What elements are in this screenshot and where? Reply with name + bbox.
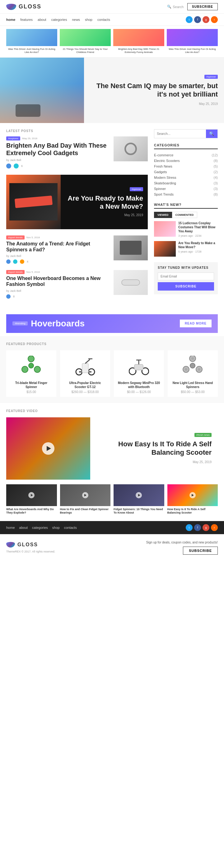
wn-text-0: 15 Ludicrous Cosplay Costumes That Will … bbox=[178, 221, 218, 237]
action-dot-teal-1 bbox=[13, 259, 18, 264]
footer-logo-icon bbox=[6, 542, 15, 548]
footer-googleplus-icon[interactable]: g bbox=[202, 524, 210, 531]
strip-img-0 bbox=[6, 29, 57, 46]
rss-icon[interactable]: r bbox=[211, 16, 218, 23]
footer-rss-icon[interactable]: r bbox=[211, 524, 218, 531]
video-thumb-0[interactable]: What Are Hoverboards And Why Do They Exp… bbox=[6, 484, 57, 515]
video-thumb-2[interactable]: Fidget Spinners: 10 Things You Need To K… bbox=[114, 484, 164, 515]
post-tag-2: #sport trends bbox=[6, 270, 25, 274]
nav-categories[interactable]: categories bbox=[51, 18, 67, 22]
footer-nav-about[interactable]: about bbox=[19, 526, 28, 529]
wn-post-0[interactable]: 15 Ludicrous Cosplay Costumes That Will … bbox=[154, 221, 218, 237]
tab-commented[interactable]: COMMENTED bbox=[172, 212, 197, 218]
play-button[interactable] bbox=[42, 442, 55, 455]
action-dot-blue-2 bbox=[6, 294, 10, 299]
wn-img-1 bbox=[154, 241, 176, 257]
footer-facebook-icon[interactable]: f bbox=[194, 524, 201, 531]
vt-img-0 bbox=[6, 484, 57, 506]
svg-rect-7 bbox=[82, 364, 88, 373]
strip-item-0[interactable]: Was This Driver Just Having Fun Or Actin… bbox=[6, 29, 57, 54]
video-thumb-1[interactable]: How to Fix and Clean Fidget Spinner Bear… bbox=[60, 484, 111, 515]
svg-rect-12 bbox=[134, 364, 143, 370]
footer-nav: home about categories shop contacts t f … bbox=[0, 521, 224, 534]
trending-banner[interactable]: #trending Hoverboards READ MORE bbox=[6, 314, 218, 333]
product-card-3[interactable]: New Light Led Stress Hand Spinners $50.0… bbox=[168, 350, 218, 397]
tab-viewed[interactable]: VIEWED bbox=[154, 212, 172, 218]
whats-new-tabs: VIEWED COMMENTED bbox=[154, 212, 218, 218]
strip-title-0: Was This Driver Just Having Fun Or Actin… bbox=[6, 48, 57, 54]
post-title-1: The Anatomy of a Trend: Are Fidget Spinn… bbox=[6, 241, 110, 253]
nav-about[interactable]: about bbox=[38, 18, 46, 22]
subscribe-button[interactable]: SUBSCRIBE bbox=[187, 3, 218, 10]
action-dot-blue-0 bbox=[6, 163, 11, 168]
facebook-icon[interactable]: f bbox=[194, 16, 201, 23]
footer-nav-home[interactable]: home bbox=[6, 526, 15, 529]
categories-section: CATEGORIES E-commerce(12) Electric Scoot… bbox=[154, 143, 218, 197]
email-input[interactable] bbox=[158, 273, 214, 280]
video-hero: #fresh news How Easy Is It To Ride A Sel… bbox=[6, 417, 218, 479]
product-card-1[interactable]: Ultra-Popular Electric Scooter GT-12 $26… bbox=[60, 350, 110, 397]
post-item-2[interactable]: #sport trends Nov 5, 2018 One Wheel Hove… bbox=[6, 270, 148, 298]
video-section-label: FEATURED VIDEO bbox=[6, 409, 218, 413]
wn-meta-1: 5 years ago · 1728 bbox=[178, 250, 218, 253]
featured-video-section: FEATURED VIDEO #fresh news How Easy Is I… bbox=[0, 403, 224, 521]
nav-contacts[interactable]: contacts bbox=[97, 18, 110, 22]
footer-nav-contacts[interactable]: contacts bbox=[64, 526, 77, 529]
video-thumb-3[interactable]: How Easy Is It To Ride A Self Balancing … bbox=[167, 484, 218, 515]
vt-img-2 bbox=[114, 484, 164, 506]
nav-features[interactable]: features bbox=[20, 18, 33, 22]
footer-nav-shop[interactable]: shop bbox=[52, 526, 60, 529]
footer-nav-categories[interactable]: categories bbox=[32, 526, 48, 529]
strip-item-3[interactable]: Was This Driver Just Having Fun Or Actin… bbox=[167, 29, 218, 54]
nav-social: t f g r bbox=[186, 16, 218, 23]
category-fresh[interactable]: Fresh News(5) bbox=[154, 163, 218, 169]
latest-posts-label: LATEST POSTS bbox=[6, 129, 148, 133]
trending-left: #trending Hoverboards bbox=[12, 319, 85, 329]
stay-tuned-section: STAY TUNED WITH UPDATES SUBSCRIBE bbox=[154, 262, 218, 294]
sidebar-search-button[interactable]: 🔍 bbox=[206, 130, 218, 138]
video-main-content: #fresh news How Easy Is It To Ride A Sel… bbox=[90, 417, 218, 479]
logo[interactable]: GLOSS bbox=[6, 3, 41, 10]
strip-item-1[interactable]: 21 Things You Should Never Say to Your C… bbox=[60, 29, 111, 54]
product-card-2[interactable]: Modern Segway MiniPro 320 with Bluetooth… bbox=[114, 350, 164, 397]
product-name-3: New Light Led Stress Hand Spinners bbox=[171, 381, 215, 389]
nav-shop[interactable]: shop bbox=[85, 18, 92, 22]
footer-tagline: Sign up for deals, coupon codes, and new… bbox=[146, 541, 218, 544]
category-gadgets[interactable]: Gadgets(2) bbox=[154, 169, 218, 175]
featured-wide-article[interactable]: #spinner Are You Ready to Make a New Mov… bbox=[6, 175, 148, 229]
post-item-1[interactable]: #sport trends Nov 5, 2018 The Anatomy of… bbox=[6, 236, 148, 264]
footer-twitter-icon[interactable]: t bbox=[186, 524, 193, 531]
stay-tuned-subscribe-button[interactable]: SUBSCRIBE bbox=[158, 282, 214, 290]
product-img-0 bbox=[9, 353, 53, 378]
twitter-icon[interactable]: t bbox=[186, 16, 193, 23]
category-skate[interactable]: Skateboarding(3) bbox=[154, 180, 218, 186]
wn-img-0 bbox=[154, 221, 176, 237]
category-electric[interactable]: Electric Scooters(8) bbox=[154, 158, 218, 163]
strip-item-2[interactable]: Brighten Any Bad Day With These 21 Extre… bbox=[113, 29, 164, 54]
product-card-0[interactable]: Tri-blade Metal Finger Spinner $15.00 bbox=[6, 350, 56, 397]
nav-home[interactable]: home bbox=[6, 18, 15, 22]
googleplus-icon[interactable]: g bbox=[202, 16, 210, 23]
trending-read-more-button[interactable]: READ MORE bbox=[180, 319, 212, 327]
nav-news[interactable]: news bbox=[72, 18, 80, 22]
sidebar: 🔍 CATEGORIES E-commerce(12) Electric Sco… bbox=[154, 129, 218, 305]
post-img-1 bbox=[114, 236, 148, 260]
footer-subscribe-button[interactable]: SUBSCRIBE bbox=[183, 547, 218, 555]
strip-img-3 bbox=[167, 29, 218, 46]
svg-point-2 bbox=[34, 366, 40, 372]
category-ecommerce[interactable]: E-commerce(12) bbox=[154, 152, 218, 158]
post-text-1: #sport trends Nov 5, 2018 The Anatomy of… bbox=[6, 236, 110, 264]
wn-meta-0: 3 years ago · 2234 bbox=[178, 234, 218, 237]
wn-post-1[interactable]: Are You Ready to Make a New Move? 5 year… bbox=[154, 241, 218, 257]
hero-image bbox=[0, 58, 84, 123]
footer-nav-links: home about categories shop contacts bbox=[6, 526, 77, 529]
video-main-image[interactable] bbox=[6, 417, 90, 479]
category-spinner[interactable]: Spinner(3) bbox=[154, 186, 218, 191]
category-sport[interactable]: Sport Trends(8) bbox=[154, 191, 218, 197]
category-modern[interactable]: Modern Stress(4) bbox=[154, 175, 218, 180]
product-img-3 bbox=[171, 353, 215, 378]
post-item-0[interactable]: #explorer May 29, 2018 Brighten Any Bad … bbox=[6, 136, 148, 168]
search-area[interactable]: 🔍 Search bbox=[167, 5, 184, 9]
footer-nav-social: t f g r bbox=[186, 524, 218, 531]
sidebar-search-input[interactable] bbox=[154, 130, 206, 138]
